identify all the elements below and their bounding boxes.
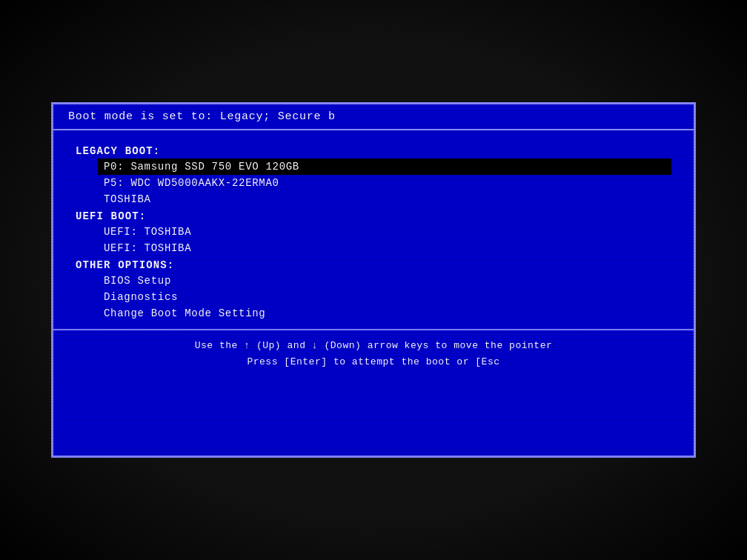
footer-line2: Press [Enter] to attempt the boot or [Es… xyxy=(68,354,679,370)
boot-item-p5-wdc[interactable]: P5: WDC WD5000AAKX-22ERMA0 xyxy=(98,175,671,191)
main-content: LEGACY BOOT: P0: Samsung SSD 750 EVO 120… xyxy=(53,130,694,329)
header-bar: Boot mode is set to: Legacy; Secure b xyxy=(53,104,694,130)
uefi-boot-label: UEFI BOOT: xyxy=(76,210,671,222)
boot-item-toshiba-legacy[interactable]: TOSHIBA xyxy=(98,191,671,207)
boot-item-bios-setup[interactable]: BIOS Setup xyxy=(98,273,671,289)
footer-line1: Use the ↑ (Up) and ↓ (Down) arrow keys t… xyxy=(68,338,679,354)
footer-bar: Use the ↑ (Up) and ↓ (Down) arrow keys t… xyxy=(53,329,694,378)
legacy-boot-label: LEGACY BOOT: xyxy=(76,145,671,157)
legacy-boot-section: LEGACY BOOT: P0: Samsung SSD 750 EVO 120… xyxy=(76,145,671,207)
screen-bezel: Boot mode is set to: Legacy; Secure b LE… xyxy=(0,0,747,560)
other-options-section: OTHER OPTIONS: BIOS Setup Diagnostics Ch… xyxy=(76,259,671,321)
boot-item-p0-samsung[interactable]: P0: Samsung SSD 750 EVO 120GB xyxy=(98,159,671,175)
other-options-label: OTHER OPTIONS: xyxy=(76,259,671,271)
boot-item-diagnostics[interactable]: Diagnostics xyxy=(98,289,671,305)
boot-item-change-boot-mode[interactable]: Change Boot Mode Setting xyxy=(98,305,671,321)
uefi-boot-section: UEFI BOOT: UEFI: TOSHIBA UEFI: TOSHIBA xyxy=(76,210,671,256)
boot-item-uefi-toshiba-1[interactable]: UEFI: TOSHIBA xyxy=(98,224,671,240)
bios-panel: Boot mode is set to: Legacy; Secure b LE… xyxy=(51,102,696,458)
header-text: Boot mode is set to: Legacy; Secure b xyxy=(68,110,336,123)
boot-item-uefi-toshiba-2[interactable]: UEFI: TOSHIBA xyxy=(98,240,671,256)
